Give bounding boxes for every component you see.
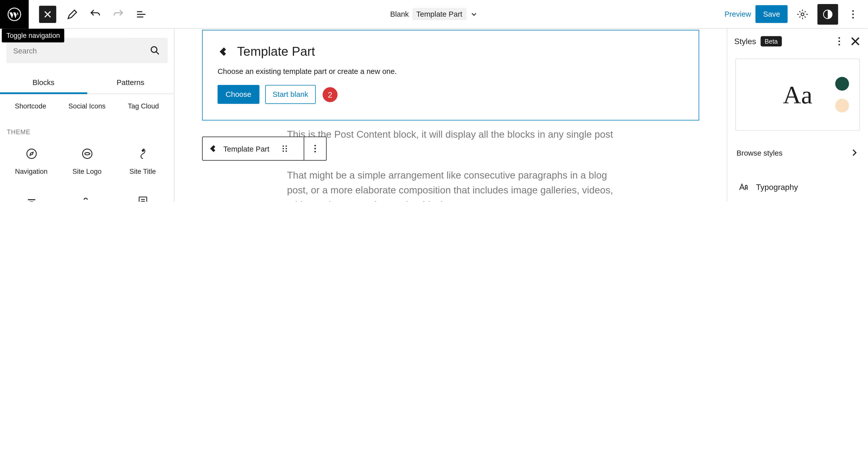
block-site-tagline[interactable]: Site Tagline — [3, 187, 59, 202]
toolbar-block-type[interactable]: Template Part — [203, 137, 275, 160]
tooltip: Toggle navigation — [2, 29, 65, 43]
typography-row[interactable]: Typography — [727, 173, 868, 201]
svg-point-7 — [27, 149, 36, 159]
top-toolbar: Toggle navigation Blank Template Part Pr — [0, 0, 868, 29]
wordpress-logo-button[interactable] — [0, 0, 29, 29]
chevron-down-icon — [470, 10, 478, 18]
colors-row[interactable]: Colors — [727, 201, 868, 202]
choose-button[interactable]: Choose — [217, 85, 259, 104]
toolbar-drag-handle[interactable] — [275, 137, 294, 160]
block-site-title[interactable]: Site Title — [115, 140, 170, 183]
svg-point-6 — [151, 47, 157, 53]
block-toolbar: Template Part — [202, 136, 327, 161]
inserter-tabs: Blocks Patterns — [0, 71, 174, 94]
block-label[interactable]: Social Icons — [59, 102, 115, 110]
svg-point-28 — [283, 151, 284, 152]
chevron-right-icon — [849, 148, 859, 157]
settings-icon[interactable] — [792, 4, 813, 25]
browse-styles-button[interactable]: Browse styles — [727, 141, 868, 164]
svg-point-8 — [82, 149, 92, 159]
start-blank-button[interactable]: Start blank — [265, 85, 316, 104]
block-site-logo[interactable]: Site Logo — [59, 140, 115, 183]
block-posts-list[interactable]: Posts List — [115, 187, 170, 202]
svg-point-26 — [283, 148, 284, 149]
svg-point-4 — [852, 13, 854, 15]
template-part-placeholder: Template Part Choose an existing templat… — [202, 30, 699, 120]
close-inserter-button[interactable] — [39, 5, 56, 23]
svg-point-24 — [283, 145, 284, 147]
undo-icon[interactable] — [85, 4, 106, 25]
placeholder-title: Template Part — [237, 44, 315, 59]
svg-point-32 — [315, 151, 316, 152]
svg-point-29 — [286, 151, 287, 152]
block-inserter-panel: Blocks Patterns Shortcode Social Icons T… — [0, 29, 175, 202]
more-options-icon[interactable] — [843, 4, 864, 25]
edit-mode-icon[interactable] — [62, 4, 83, 25]
post-content-preview: This is the Post Content block, it will … — [202, 121, 699, 202]
color-swatch-secondary — [835, 99, 849, 112]
block-label[interactable]: Tag Cloud — [115, 102, 172, 110]
block-query-loop[interactable]: Query Loop — [59, 187, 115, 202]
redo-icon[interactable] — [108, 4, 129, 25]
svg-point-33 — [838, 37, 840, 39]
block-navigation[interactable]: Navigation — [3, 140, 59, 183]
svg-point-35 — [838, 44, 840, 45]
template-part-icon — [217, 45, 230, 58]
svg-point-31 — [315, 148, 316, 149]
typography-icon — [738, 181, 749, 193]
color-swatch-primary — [835, 77, 849, 91]
search-field[interactable] — [13, 46, 149, 55]
svg-point-34 — [838, 41, 840, 42]
beta-badge: Beta — [761, 36, 782, 46]
drag-icon — [281, 144, 289, 153]
document-title[interactable]: Blank Template Part — [390, 8, 478, 20]
tab-patterns[interactable]: Patterns — [87, 71, 174, 94]
panel-more-icon[interactable] — [833, 36, 845, 47]
editor-canvas[interactable]: Template Part Choose an existing templat… — [175, 29, 727, 202]
placeholder-description: Choose an existing template part or crea… — [217, 67, 684, 76]
close-icon[interactable] — [849, 36, 861, 47]
template-part-badge: Template Part — [412, 8, 466, 20]
svg-point-30 — [315, 145, 316, 146]
annotation-badge-2: 2 — [322, 87, 337, 102]
style-preview[interactable]: Aa — [735, 59, 860, 131]
search-icon — [149, 45, 161, 56]
svg-point-3 — [852, 10, 854, 11]
toolbar-more-icon[interactable] — [304, 137, 326, 160]
styles-panel: Styles Beta Aa Browse styles Typog — [727, 29, 868, 202]
styles-title: Styles — [734, 37, 756, 46]
svg-point-27 — [286, 148, 287, 149]
toolbar-movers[interactable] — [295, 137, 304, 160]
category-theme: THEME — [2, 117, 172, 140]
save-button[interactable]: Save — [756, 5, 788, 23]
list-view-icon[interactable] — [131, 4, 152, 25]
svg-point-9 — [142, 150, 143, 151]
post-content-paragraph: That might be a simple arrangement like … — [287, 168, 614, 202]
typography-sample: Aa — [783, 80, 812, 109]
post-content-paragraph: This is the Post Content block, it will … — [287, 127, 614, 158]
block-label[interactable]: Shortcode — [2, 102, 59, 110]
styles-icon[interactable] — [817, 4, 838, 25]
svg-point-5 — [852, 17, 854, 18]
template-name: Blank — [390, 10, 409, 19]
tab-blocks[interactable]: Blocks — [0, 71, 87, 94]
svg-point-25 — [286, 145, 287, 147]
template-part-icon — [209, 143, 219, 154]
svg-point-1 — [801, 12, 804, 15]
preview-button[interactable]: Preview — [724, 10, 751, 19]
